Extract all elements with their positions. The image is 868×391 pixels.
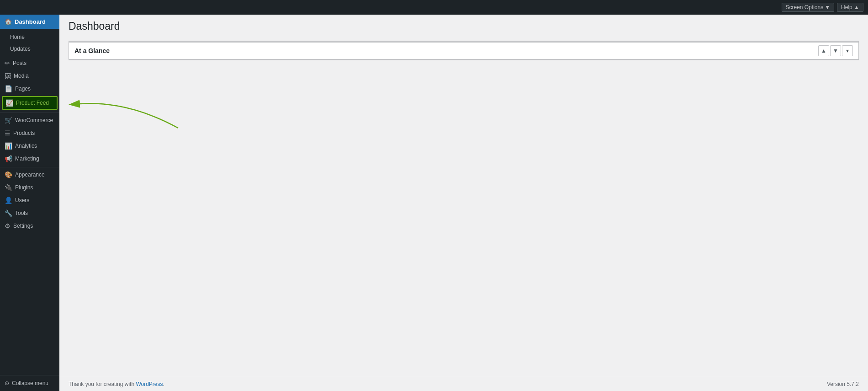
sidebar-item-updates[interactable]: Updates (0, 43, 59, 55)
sidebar-dashboard-sub: Home Updates (0, 29, 59, 57)
sidebar-item-media[interactable]: 🖼 Media (0, 70, 59, 82)
screen-options-button[interactable]: Screen Options ▼ (782, 3, 835, 12)
sidebar-item-settings[interactable]: ⚙ Settings (0, 220, 59, 232)
plugins-icon: 🔌 (5, 184, 12, 191)
wordpress-link[interactable]: WordPress (136, 381, 163, 387)
version-text: Version 5.7.2 (827, 381, 859, 387)
pages-icon: 📄 (5, 85, 12, 92)
sidebar-item-tools[interactable]: 🔧 Tools (0, 207, 59, 220)
sidebar-item-product-feed[interactable]: 📈 Product Feed (2, 96, 58, 110)
collapse-label: Collapse menu (12, 380, 48, 386)
collapse-icon: ⊙ (5, 380, 9, 386)
sidebar-item-pages[interactable]: 📄 Pages (0, 82, 59, 95)
screen-options-label: Screen Options (786, 4, 824, 11)
sidebar-updates-label: Updates (10, 46, 31, 52)
footer-text: Thank you for creating with WordPress. (69, 381, 164, 387)
page-header: Dashboard (59, 15, 868, 36)
sidebar-item-home[interactable]: Home (0, 31, 59, 43)
main-content: Dashboard At a Glance ▲ ▼ ▾ (59, 15, 868, 391)
help-button[interactable]: Help ▲ (837, 3, 863, 12)
media-icon: 🖼 (5, 72, 11, 80)
widget-header: At a Glance ▲ ▼ ▾ (69, 43, 858, 59)
down-arrow-icon: ▼ (833, 48, 838, 54)
marketing-icon: 📢 (5, 155, 12, 162)
help-label: Help ▲ (841, 4, 859, 11)
sidebar-appearance-label: Appearance (15, 171, 45, 178)
widget-controls: ▲ ▼ ▾ (818, 45, 853, 56)
products-icon: ☰ (5, 129, 11, 137)
posts-icon: ✏ (5, 59, 10, 67)
sidebar-item-appearance[interactable]: 🎨 Appearance (0, 167, 59, 181)
woocommerce-icon: 🛒 (5, 117, 12, 124)
sidebar: 🏠 Dashboard Home Updates ✏ Posts 🖼 Media… (0, 15, 59, 391)
widget-collapse-up-button[interactable]: ▲ (818, 45, 829, 56)
sidebar-tools-label: Tools (15, 210, 28, 216)
more-icon: ▾ (846, 48, 849, 54)
sidebar-users-label: Users (15, 197, 29, 204)
appearance-icon: 🎨 (5, 171, 12, 178)
product-feed-icon: 📈 (5, 99, 13, 107)
widget-collapse-down-button[interactable]: ▼ (830, 45, 841, 56)
footer-period: . (163, 381, 164, 387)
up-arrow-icon: ▲ (821, 48, 826, 54)
sidebar-product-feed-label: Product Feed (16, 100, 49, 106)
sidebar-pages-label: Pages (15, 86, 31, 92)
sidebar-item-analytics[interactable]: 📊 Analytics (0, 139, 59, 152)
sidebar-dashboard-label: Dashboard (15, 18, 46, 25)
sidebar-marketing-label: Marketing (15, 155, 39, 162)
widget-title: At a Glance (74, 47, 815, 54)
sidebar-item-plugins[interactable]: 🔌 Plugins (0, 181, 59, 194)
sidebar-item-woocommerce[interactable]: 🛒 WooCommerce (0, 112, 59, 127)
users-icon: 👤 (5, 197, 12, 204)
tools-icon: 🔧 (5, 209, 12, 217)
sidebar-home-label: Home (10, 34, 25, 40)
sidebar-settings-label: Settings (13, 223, 33, 229)
collapse-menu-button[interactable]: ⊙ Collapse menu (0, 375, 59, 391)
page-body: At a Glance ▲ ▼ ▾ (59, 36, 868, 377)
sidebar-woocommerce-label: WooCommerce (15, 117, 53, 123)
footer-thank-you: Thank you for creating with (69, 381, 136, 387)
sidebar-analytics-label: Analytics (15, 143, 37, 149)
sidebar-plugins-label: Plugins (15, 184, 33, 191)
widget-more-button[interactable]: ▾ (842, 45, 853, 56)
sidebar-media-label: Media (14, 73, 29, 79)
footer: Thank you for creating with WordPress. V… (59, 377, 868, 391)
sidebar-products-label: Products (13, 130, 35, 136)
sidebar-posts-label: Posts (13, 60, 26, 66)
dashboard-icon: 🏠 (5, 18, 12, 25)
sidebar-item-users[interactable]: 👤 Users (0, 194, 59, 207)
sidebar-item-marketing[interactable]: 📢 Marketing (0, 152, 59, 165)
analytics-icon: 📊 (5, 142, 12, 150)
page-title: Dashboard (69, 20, 859, 32)
sidebar-item-products[interactable]: ☰ Products (0, 127, 59, 139)
sidebar-item-dashboard[interactable]: 🏠 Dashboard (0, 15, 59, 29)
sidebar-item-posts[interactable]: ✏ Posts (0, 57, 59, 70)
screen-options-arrow: ▼ (825, 4, 830, 11)
settings-icon: ⚙ (5, 222, 11, 230)
top-bar: Screen Options ▼ Help ▲ (0, 0, 868, 15)
at-a-glance-widget: At a Glance ▲ ▼ ▾ (69, 41, 859, 60)
layout: 🏠 Dashboard Home Updates ✏ Posts 🖼 Media… (0, 15, 868, 391)
